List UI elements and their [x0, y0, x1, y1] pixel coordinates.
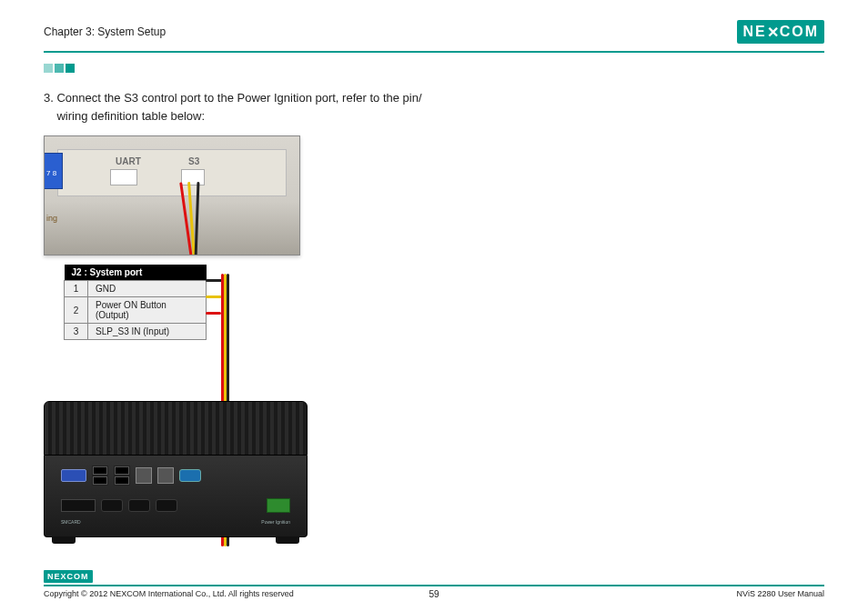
brand-logo: NE✕COM: [737, 20, 824, 44]
logo-part2: COM: [780, 24, 819, 40]
serial-port-icon: [179, 469, 201, 482]
step-line-1: Connect the S3 control port to the Power…: [56, 91, 421, 105]
pin-desc: SLP_S3 IN (Input): [88, 324, 207, 340]
com-port-icon: [156, 499, 177, 512]
com-port-icon: [128, 499, 150, 512]
rj45-port-icon: [136, 467, 152, 484]
power-ignition-port-icon: [267, 498, 290, 513]
pin-desc: Power ON Button (Output): [88, 297, 207, 324]
vga-port-icon: [61, 469, 86, 482]
uart-connector: [110, 169, 137, 185]
smcard-port-icon: [61, 499, 96, 512]
uart-label: UART: [116, 156, 141, 166]
logo-x-icon: ✕: [767, 24, 780, 41]
table-row: 3 SLP_S3 IN (Input): [65, 324, 207, 340]
smcard-label: SMCARD: [61, 519, 81, 525]
rj45-port-icon: [157, 467, 174, 484]
pin-table-title: J2 : System port: [65, 265, 207, 281]
s3-connector: [181, 169, 205, 185]
terminal-numbers: 7 8: [46, 169, 56, 177]
s3-label: S3: [188, 156, 199, 166]
pin-definition-table: J2 : System port 1 GND 2 Power ON Button…: [64, 265, 207, 340]
step-number: 3.: [44, 91, 54, 105]
photo-edge-text: ing: [46, 214, 57, 223]
device-unit: SMCARD Power Ignition: [44, 401, 308, 556]
step-line-2: wiring definition table below:: [56, 109, 205, 123]
page-number: 59: [44, 589, 824, 599]
pin-num: 2: [65, 297, 88, 324]
hardware-photo: 7 8 ing UART S3: [44, 135, 300, 255]
footer-logo: NEXCOM: [44, 570, 93, 583]
com-port-icon: [101, 499, 123, 512]
wire-red-icon: [206, 312, 221, 315]
table-row: 2 Power ON Button (Output): [65, 297, 207, 324]
chapter-title: Chapter 3: System Setup: [44, 25, 166, 38]
logo-part1: NE: [742, 24, 766, 40]
pin-desc: GND: [88, 281, 207, 297]
usb-port-icon: [114, 466, 130, 486]
decorative-squares: [44, 64, 824, 73]
pin-num: 1: [65, 281, 88, 297]
footer-divider: [44, 585, 824, 586]
table-row: 1 GND: [65, 281, 207, 297]
wiring-diagram: J2 : System port 1 GND 2 Power ON Button…: [44, 265, 317, 565]
usb-port-icon: [92, 466, 108, 486]
pin-num: 3: [65, 324, 88, 340]
power-ignition-label: Power Ignition: [261, 519, 290, 525]
header-divider: [44, 51, 824, 53]
step-instruction: 3. Connect the S3 control port to the Po…: [44, 89, 462, 125]
